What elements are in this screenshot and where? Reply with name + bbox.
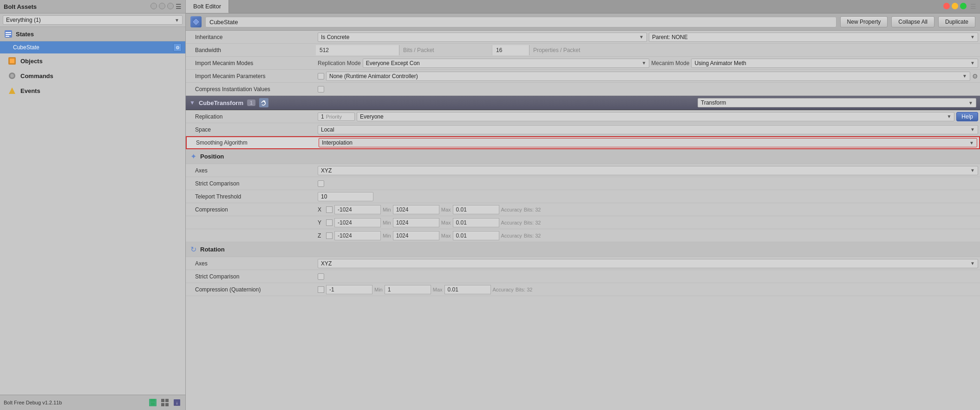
commands-label: Commands — [20, 73, 53, 79]
tab-bolt-editor[interactable]: Bolt Editor — [186, 0, 229, 13]
compression-y-min[interactable] — [334, 218, 381, 227]
parent-select[interactable]: Parent: NONE — [652, 34, 970, 40]
svg-point-7 — [10, 74, 14, 78]
inheritance-select-wrap[interactable]: Is Concrete ▼ — [318, 33, 647, 42]
compression-z-max[interactable] — [393, 231, 439, 240]
svg-rect-2 — [6, 34, 11, 35]
space-select[interactable]: Local — [321, 126, 970, 133]
new-property-button[interactable]: New Property — [840, 16, 888, 27]
sidebar-item-objects[interactable]: Objects — [0, 53, 185, 68]
tab-menu-icon[interactable]: ☰ — [970, 3, 976, 10]
circle-btn-2[interactable] — [159, 3, 165, 9]
position-axes-arrow-icon: ▼ — [970, 168, 975, 173]
everyone-select-wrap[interactable]: Everyone ▼ — [357, 112, 954, 121]
replication-mode-select[interactable]: Everyone Except Con — [366, 60, 642, 66]
everyone-select[interactable]: Everyone — [360, 113, 947, 120]
compress-instantiation-label: Compress Instantiation Values — [186, 84, 316, 94]
export-icon[interactable]: ↓ — [172, 398, 182, 407]
tab-bar: Bolt Editor ☰ — [186, 0, 980, 13]
compression-x-accuracy[interactable] — [453, 205, 499, 214]
win-maximize-btn[interactable] — [960, 3, 967, 9]
position-axes-select[interactable]: XYZ — [321, 167, 970, 174]
compression-z-accuracy[interactable] — [453, 231, 499, 240]
mecanim-params-select-wrap[interactable]: None (Runtime Animator Controller) ▼ — [326, 72, 970, 81]
smoothing-select[interactable]: Interpolation — [322, 139, 969, 146]
transform-type-select[interactable]: Transform — [701, 99, 968, 106]
rotation-axes-arrow-icon: ▼ — [970, 261, 975, 266]
compression-x-checkbox[interactable] — [326, 206, 333, 213]
cube-transform-arrow-icon[interactable]: ▼ — [189, 99, 195, 106]
rotation-axes-select[interactable]: XYZ — [321, 260, 970, 267]
compression-z-min[interactable] — [334, 231, 381, 240]
svg-rect-12 — [161, 399, 164, 402]
svg-rect-14 — [161, 403, 164, 406]
compress-instantiation-value — [316, 85, 980, 93]
compression-z-checkbox[interactable] — [326, 232, 333, 239]
compression-quaternion-checkbox[interactable] — [318, 286, 324, 293]
compress-instantiation-row: Compress Instantiation Values — [186, 83, 980, 96]
rotation-icon: ↻ — [190, 245, 196, 254]
mecanim-mode-select[interactable]: Using Animator Meth — [694, 60, 970, 66]
rotation-axes-select-wrap[interactable]: XYZ ▼ — [318, 259, 978, 268]
rotation-strict-comparison-checkbox[interactable] — [318, 273, 324, 280]
compression-y-max[interactable] — [393, 218, 439, 227]
space-select-wrap[interactable]: Local ▼ — [318, 125, 978, 134]
win-minimize-btn[interactable] — [952, 3, 958, 9]
objects-label: Objects — [20, 58, 43, 65]
parent-select-wrap[interactable]: Parent: NONE ▼ — [649, 33, 978, 42]
compression-x-min[interactable] — [334, 205, 381, 214]
mecanim-params-checkbox[interactable] — [318, 73, 324, 79]
replication-label: Replication — [186, 112, 316, 122]
cube-transform-section: ▼ CubeTransform 1 Transform ▼ — [186, 96, 980, 110]
compression-label: Compression — [186, 205, 316, 215]
mecanim-params-select[interactable]: None (Runtime Animator Controller) — [329, 73, 962, 79]
bits-y-label: Bits: 32 — [524, 220, 541, 225]
strict-comparison-checkbox[interactable] — [318, 180, 324, 187]
entity-name: CubeState — [205, 17, 836, 27]
circle-btn-3[interactable] — [167, 3, 174, 9]
compression-x-max[interactable] — [393, 205, 439, 214]
entity-bar: CubeState New Property Collapse All Dupl… — [186, 13, 980, 31]
strict-comparison-row: Strict Comparison — [186, 177, 980, 190]
mecanim-mode-select-wrap[interactable]: Using Animator Meth ▼ — [691, 59, 978, 68]
left-header-icons: ☰ — [150, 3, 182, 10]
version-label: Bolt Free Debug v1.2.11b — [4, 400, 62, 405]
help-button[interactable]: Help — [956, 112, 978, 121]
left-panel: Bolt Assets ☰ Everything (1) ▼ States — [0, 0, 186, 410]
compression-quaternion-accuracy[interactable] — [444, 285, 491, 294]
hamburger-icon[interactable]: ☰ — [176, 3, 182, 10]
grid-icon[interactable] — [160, 398, 170, 407]
sidebar-item-events[interactable]: Events — [0, 83, 185, 98]
inheritance-select[interactable]: Is Concrete — [321, 34, 639, 40]
cube-state-settings-btn[interactable]: ⚙ — [173, 43, 182, 52]
bandwidth-row: Bandwidth 512 Bits / Packet 16 Propertie… — [186, 44, 980, 57]
smoothing-select-wrap[interactable]: Interpolation ▼ — [319, 138, 977, 147]
win-close-btn[interactable] — [943, 3, 950, 9]
compression-y-checkbox[interactable] — [326, 219, 333, 226]
cube-state-item[interactable]: CubeState ⚙ — [0, 41, 185, 53]
position-axes-select-wrap[interactable]: XYZ ▼ — [318, 166, 978, 175]
duplicate-button[interactable]: Duplicate — [938, 16, 975, 27]
collapse-all-button[interactable]: Collapse All — [891, 16, 934, 27]
filter-select[interactable]: Everything (1) — [6, 17, 175, 23]
bandwidth-label: Bandwidth — [186, 45, 316, 55]
replication-mode-select-wrap[interactable]: Everyone Except Con ▼ — [363, 59, 650, 68]
max-y-label: Max — [441, 220, 451, 225]
save-icon[interactable] — [148, 398, 157, 407]
rotation-axes-value: XYZ ▼ — [316, 258, 980, 269]
cube-transform-link-icon[interactable] — [259, 98, 268, 107]
right-panel: Bolt Editor ☰ CubeState New Property Col… — [186, 0, 980, 410]
circle-btn-1[interactable] — [150, 3, 157, 9]
min-y-label: Min — [383, 220, 391, 225]
teleport-threshold-input[interactable] — [318, 192, 373, 201]
transform-type-select-wrap[interactable]: Transform ▼ — [698, 98, 976, 107]
compress-instantiation-checkbox[interactable] — [318, 86, 324, 93]
sidebar-item-commands[interactable]: Commands — [0, 68, 185, 83]
compression-quaternion-max[interactable] — [385, 285, 431, 294]
mecanim-params-gear-icon[interactable]: ⚙ — [972, 73, 978, 80]
compression-quaternion-min[interactable] — [326, 285, 372, 294]
smoothing-algorithm-label: Smoothing Algorithm — [187, 138, 317, 148]
min-z-label: Min — [383, 233, 391, 238]
filter-dropdown[interactable]: Everything (1) ▼ — [3, 15, 183, 25]
compression-y-accuracy[interactable] — [453, 218, 499, 227]
